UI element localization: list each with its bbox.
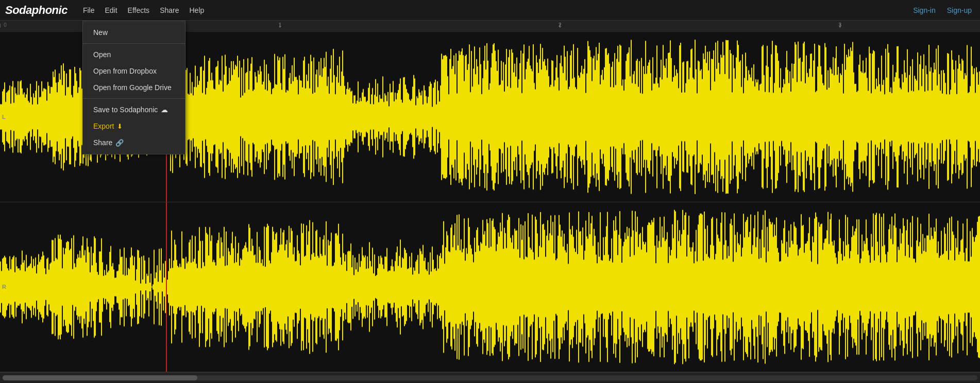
menu-item-export[interactable]: Export ⬇ — [83, 118, 185, 134]
file-dropdown-menu: New Open Open from Dropbox Open from Goo… — [82, 21, 185, 154]
menu-item-new-label: New — [93, 28, 108, 37]
scrollbar-area[interactable] — [0, 372, 980, 382]
menu-item-open-label: Open — [93, 50, 111, 59]
scrollbar-thumb[interactable] — [3, 375, 197, 380]
menu-item-share[interactable]: Share 🔗 — [83, 134, 185, 151]
save-cloud-icon: ☁ — [161, 106, 168, 114]
waveform-right-canvas — [0, 202, 980, 372]
menubar: Sodaphonic File Edit Effects Share Help … — [0, 0, 980, 21]
playhead-bottom[interactable] — [166, 202, 167, 372]
channel-right-label: R — [2, 284, 6, 290]
menu-item-share-label: Share — [93, 138, 112, 147]
menu-edit[interactable]: Edit — [99, 3, 122, 18]
channel-right[interactable]: R — [0, 202, 980, 373]
menu-effects[interactable]: Effects — [123, 3, 155, 18]
menu-item-export-label: Export — [93, 122, 114, 130]
signup-link[interactable]: Sign-up — [944, 4, 975, 16]
menu-share[interactable]: Share — [155, 3, 184, 18]
menu-item-open-dropbox[interactable]: Open from Dropbox — [83, 63, 185, 79]
export-download-icon: ⬇ — [117, 123, 123, 130]
dropdown-divider-1 — [83, 43, 185, 44]
menu-item-new[interactable]: New — [83, 24, 185, 41]
dropdown-divider-2 — [83, 98, 185, 99]
menu-file[interactable]: File — [78, 3, 100, 18]
menu-item-save-label: Save to Sodaphonic — [93, 106, 158, 114]
auth-links: Sign-in Sign-up — [910, 4, 975, 16]
share-link-icon: 🔗 — [115, 139, 124, 147]
menu-item-open[interactable]: Open — [83, 46, 185, 63]
menu-item-open-gdrive[interactable]: Open from Google Drive — [83, 79, 185, 96]
signin-link[interactable]: Sign-in — [910, 4, 939, 16]
app-logo: Sodaphonic — [5, 4, 67, 17]
menu-help[interactable]: Help — [184, 3, 209, 18]
menu-item-open-dropbox-label: Open from Dropbox — [93, 67, 157, 75]
menu-item-open-gdrive-label: Open from Google Drive — [93, 83, 172, 92]
menu-item-save[interactable]: Save to Sodaphonic ☁ — [83, 101, 185, 118]
channel-left-label: L — [2, 114, 6, 120]
scrollbar-track[interactable] — [3, 375, 977, 380]
